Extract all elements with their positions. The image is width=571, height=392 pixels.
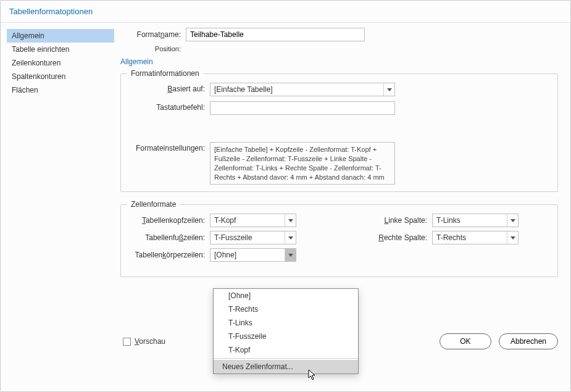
basiert-row: Basiert auf: [Einfache Tabelle] [130, 83, 549, 96]
basiert-select[interactable]: [Einfache Tabelle] [210, 83, 395, 96]
chevron-down-icon [285, 249, 296, 261]
chevron-down-icon [285, 231, 296, 244]
kopfzeilen-value: T-Kopf [214, 216, 285, 225]
koerperzeilen-value: [Ohne] [214, 251, 285, 259]
chevron-down-icon [507, 214, 518, 227]
formatinformationen-legend: Formatinformationen [127, 69, 203, 78]
koerperzeilen-label: Tabellenkörperzeilen: [130, 251, 210, 259]
sidebar-item-spaltenkonturen[interactable]: Spaltenkonturen [7, 70, 114, 83]
dialog-title-text: Tabellenformatoptionen [9, 7, 93, 16]
koerperzeilen-dropdown: [Ohne] T-Rechts T-Links T-Fusszeile T-Ko… [213, 288, 359, 374]
dropdown-separator [214, 358, 358, 359]
kopfzeilen-row: Tabellenkopfzeilen: T-Kopf Linke Spalte:… [130, 214, 549, 227]
rechte-select[interactable]: T-Rechts [432, 231, 519, 244]
einstellungen-label: Formateinstellungen: [130, 142, 210, 152]
formatname-row: Formatname: [118, 28, 558, 41]
dropdown-option[interactable]: T-Fusszeile [214, 330, 358, 343]
rechte-value: T-Rechts [436, 233, 507, 242]
sidebar-item-tabelle-einrichten[interactable]: Tabelle einrichten [7, 43, 114, 56]
sidebar-item-label: Zeilenkonturen [12, 59, 60, 67]
tastatur-input[interactable] [210, 101, 395, 115]
kopfzeilen-label: Tabellenkopfzeilen: [130, 216, 210, 225]
section-allgemein-heading: Allgemein [120, 57, 558, 66]
ok-button[interactable]: OK [440, 333, 491, 349]
sidebar-item-label: Tabelle einrichten [12, 45, 69, 54]
formatname-label: Formatname: [118, 30, 186, 39]
kopfzeilen-select[interactable]: T-Kopf [210, 214, 296, 227]
fusszeilen-row: Tabellenfußzeilen: T-Fusszeile Rechte Sp… [130, 231, 549, 244]
basiert-label: Basiert auf: [130, 83, 210, 93]
zellenformate-legend: Zellenformate [127, 200, 180, 209]
dialog-title: Tabellenformatoptionen [1, 1, 570, 23]
linke-label: Linke Spalte: [370, 216, 432, 225]
formatinformationen-fieldset: Formatinformationen Basiert auf: [Einfac… [120, 73, 558, 192]
sidebar-item-allgemein[interactable]: Allgemein [7, 29, 114, 43]
sidebar-item-zeilenkonturen[interactable]: Zeilenkonturen [7, 56, 114, 70]
vorschau-label: Vorschau [135, 337, 165, 346]
einstellungen-value: [Einfache Tabelle] + Kopfzeile - Zellenf… [210, 142, 395, 185]
position-row: Position: [118, 45, 558, 52]
position-label: Position: [118, 45, 186, 52]
dropdown-option-new[interactable]: Neues Zellenformat... [214, 360, 358, 373]
tastatur-label: Tastaturbefehl: [130, 101, 210, 112]
fusszeilen-select[interactable]: T-Fusszeile [210, 231, 296, 244]
fusszeilen-value: T-Fusszeile [214, 233, 285, 242]
formatname-input[interactable] [186, 28, 365, 41]
chevron-down-icon [285, 214, 296, 227]
sidebar: Allgemein Tabelle einrichten Zeilenkontu… [1, 23, 114, 391]
linke-value: T-Links [436, 216, 507, 225]
dropdown-option[interactable]: T-Links [214, 316, 358, 330]
einstellungen-row: Formateinstellungen: [Einfache Tabelle] … [130, 142, 549, 185]
dropdown-option[interactable]: [Ohne] [214, 289, 358, 302]
fusszeilen-label: Tabellenfußzeilen: [130, 233, 210, 242]
koerperzeilen-select[interactable]: [Ohne] [210, 248, 296, 262]
koerperzeilen-row: Tabellenkörperzeilen: [Ohne] [130, 248, 549, 262]
chevron-down-icon [507, 231, 518, 244]
sidebar-item-label: Flächen [12, 86, 38, 94]
rechte-label: Rechte Spalte: [370, 233, 432, 242]
dialog-window: Tabellenformatoptionen Allgemein Tabelle… [0, 0, 571, 392]
checkbox-box [123, 338, 131, 346]
zellenformate-fieldset: Zellenformate Tabellenkopfzeilen: T-Kopf… [120, 204, 558, 277]
cancel-button[interactable]: Abbrechen [499, 333, 558, 349]
basiert-value: [Einfache Tabelle] [214, 85, 383, 94]
vorschau-checkbox[interactable]: Vorschau [123, 337, 165, 346]
sidebar-item-label: Allgemein [12, 31, 44, 40]
dropdown-option[interactable]: T-Rechts [214, 302, 358, 316]
chevron-down-icon [383, 83, 394, 96]
linke-select[interactable]: T-Links [432, 214, 519, 227]
sidebar-item-flaechen[interactable]: Flächen [7, 83, 114, 97]
dropdown-option[interactable]: T-Kopf [214, 343, 358, 357]
tastatur-row: Tastaturbefehl: [130, 101, 549, 115]
sidebar-item-label: Spaltenkonturen [12, 72, 65, 81]
dialog-buttons: OK Abbrechen [440, 333, 558, 349]
